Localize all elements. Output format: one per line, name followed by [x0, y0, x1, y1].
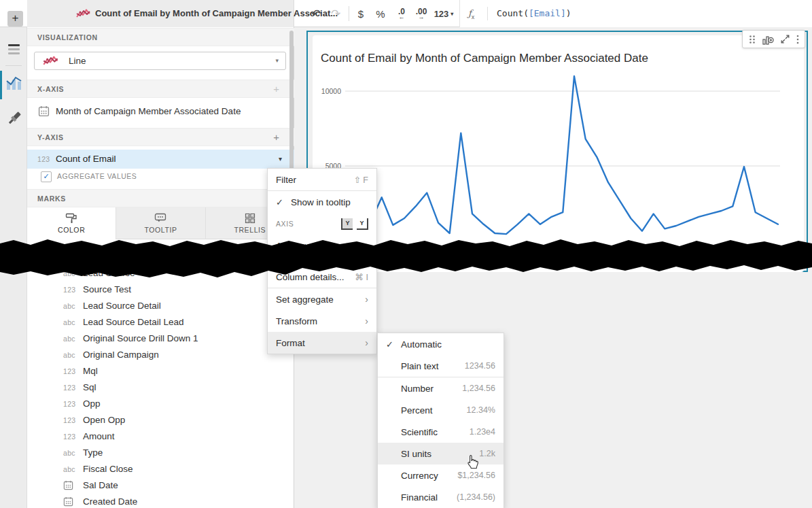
- add-y-field-button[interactable]: +: [273, 129, 279, 146]
- visualization-header-label: VISUALIZATION: [37, 29, 98, 46]
- x-axis-section-header: X-AXIS +: [27, 80, 294, 98]
- field-item[interactable]: 123Mql: [27, 363, 291, 379]
- shortcut-label: ⌘ I: [355, 272, 368, 282]
- marks-section-header: MARKS: [27, 189, 294, 207]
- format-option-number[interactable]: Number1,234.56: [378, 377, 504, 399]
- currency-format-icon[interactable]: $: [353, 0, 368, 27]
- fx-icon: ƒx: [468, 0, 474, 27]
- data-line[interactable]: [370, 76, 778, 234]
- menu-item-add-new-column[interactable]: Add new column: [268, 235, 376, 256]
- line-chart[interactable]: [313, 35, 804, 269]
- add-element-button[interactable]: +: [7, 11, 23, 27]
- chevron-down-icon: ▾: [451, 11, 453, 17]
- tab-color[interactable]: COLOR: [27, 207, 116, 239]
- menu-item-transform[interactable]: Transform›: [268, 310, 376, 332]
- x-axis-field-row[interactable]: Month of Campaign Member Associated Date: [27, 102, 294, 121]
- decrease-decimal-icon[interactable]: .0←: [393, 0, 410, 27]
- increase-decimal-icon[interactable]: .00→: [412, 0, 431, 27]
- undo-icon[interactable]: ↶: [308, 0, 324, 27]
- y-tick-10000: 10000: [314, 87, 341, 95]
- field-item[interactable]: 123Open Opp: [27, 412, 291, 428]
- field-item[interactable]: 123Sql: [27, 379, 291, 396]
- percent-format-icon[interactable]: %: [372, 0, 389, 27]
- formula-divider: [487, 7, 488, 20]
- field-menu-caret[interactable]: ▾: [279, 150, 282, 169]
- format-brush-icon[interactable]: [7, 110, 22, 127]
- tab-tooltip[interactable]: TOOLTIP: [116, 207, 205, 239]
- calendar-icon: [63, 494, 80, 508]
- shortcut-label: ⇧ F: [353, 175, 368, 185]
- rail-divider: [5, 65, 22, 66]
- menu-spacer: [268, 256, 376, 266]
- check-icon: ✓: [386, 339, 401, 350]
- maximize-icon[interactable]: [780, 34, 790, 44]
- toolbar-divider: [349, 6, 349, 21]
- field-item[interactable]: Created Date: [27, 494, 291, 508]
- field-item[interactable]: 123Amount: [27, 428, 291, 445]
- add-chart-icon[interactable]: [762, 34, 774, 45]
- y-axis-field-row[interactable]: 123 Count of Email ▾: [27, 150, 294, 169]
- calendar-icon: [38, 105, 50, 117]
- field-item[interactable]: abcType: [27, 445, 291, 461]
- format-option-currency[interactable]: Currency$1,234.56: [378, 464, 504, 486]
- paint-roller-icon: [65, 213, 77, 224]
- submenu-arrow-icon: ›: [365, 337, 368, 348]
- kebab-menu-icon[interactable]: [796, 35, 799, 44]
- format-option-plain-text[interactable]: Plain text1234.56: [378, 355, 504, 377]
- menu-item-column-details[interactable]: Column details...⌘ I: [268, 266, 376, 288]
- element-floating-toolbar: [742, 30, 805, 48]
- menu-item-set-aggregate[interactable]: Set aggregate›: [268, 288, 376, 310]
- menu-item-show-in-tooltip[interactable]: ✓Show in tooltip: [268, 191, 376, 213]
- aggregate-values-checkbox[interactable]: ✓: [41, 171, 52, 182]
- drag-handle-icon[interactable]: [749, 35, 756, 44]
- format-option-financial[interactable]: Financial(1,234.56): [378, 486, 504, 508]
- left-icon-rail: [0, 27, 27, 508]
- format-option-scientific[interactable]: Scientific1.23e4: [378, 421, 504, 443]
- number-type-icon: 123: [37, 150, 50, 169]
- redo-icon[interactable]: ↷: [328, 0, 344, 27]
- submenu-arrow-icon: ›: [365, 294, 368, 305]
- field-item[interactable]: abcLead Source Detail: [27, 298, 291, 314]
- y-axis-section-header: Y-AXIS +: [27, 128, 294, 146]
- marks-tabs: COLOR TOOLTIP TRELLIS: [27, 207, 294, 239]
- format-option-automatic[interactable]: ✓ Automatic: [378, 333, 504, 355]
- x-axis-header-label: X-AXIS: [37, 80, 64, 98]
- element-title-strip[interactable]: Count of Email by Month of Campaign Memb…: [27, 0, 294, 27]
- column-context-menu: Filter⇧ F ✓Show in tooltip AXIS Y Y Add …: [267, 168, 377, 354]
- element-title: Count of Email by Month of Campaign Memb…: [95, 0, 338, 27]
- menu-item-filter[interactable]: Filter⇧ F: [268, 169, 376, 190]
- trellis-grid-icon: [245, 213, 255, 224]
- y-axis-header-label: Y-AXIS: [37, 129, 64, 146]
- element-list-icon[interactable]: [8, 42, 20, 56]
- menu-item-format[interactable]: Format›: [268, 332, 376, 354]
- format-option-si-units[interactable]: SI units1.2k: [378, 443, 504, 464]
- field-item[interactable]: abcOriginal Campaign: [27, 347, 291, 363]
- left-axis-button[interactable]: Y: [341, 218, 353, 230]
- chart-type-dropdown[interactable]: Line ▾: [34, 52, 286, 70]
- number-format-dropdown[interactable]: 123▾: [432, 0, 455, 27]
- app-window: + Count of Email by Month of Campaign Me…: [0, 0, 812, 508]
- marks-header-label: MARKS: [37, 190, 66, 207]
- chart-panel-icon[interactable]: [6, 74, 23, 92]
- axis-selector-row: AXIS Y Y: [268, 213, 376, 235]
- formula-bar[interactable]: ƒx Count([Email]): [459, 0, 812, 27]
- add-x-field-button[interactable]: +: [273, 80, 279, 98]
- field-item[interactable]: abcLead Source Detail Lead: [27, 314, 291, 331]
- active-panel-indicator: [0, 71, 2, 99]
- aggregate-values-label: AGGREGATE VALUES: [57, 167, 137, 185]
- right-axis-button[interactable]: Y: [357, 218, 368, 230]
- format-submenu: ✓ Automatic Plain text1234.56 Number1,23…: [377, 333, 504, 508]
- format-option-percent[interactable]: Percent12.34%: [378, 399, 504, 421]
- field-item[interactable]: abcFiscal Close: [27, 461, 291, 477]
- x-axis-field-label: Month of Campaign Member Associated Date: [56, 102, 241, 121]
- line-chart-type-icon: [43, 56, 59, 67]
- submenu-arrow-icon: ›: [365, 316, 368, 326]
- field-item[interactable]: abcOriginal Source Drill Down 1: [27, 331, 291, 347]
- tooltip-bubble-icon: [154, 213, 166, 224]
- check-icon: ✓: [276, 197, 291, 207]
- field-item[interactable]: Sal Date: [27, 477, 291, 494]
- field-item[interactable]: 123Source Test: [27, 282, 291, 298]
- formula-text[interactable]: Count([Email]): [497, 0, 571, 27]
- field-item[interactable]: abcLead Source: [27, 265, 291, 282]
- field-item[interactable]: 123Opp: [27, 396, 291, 412]
